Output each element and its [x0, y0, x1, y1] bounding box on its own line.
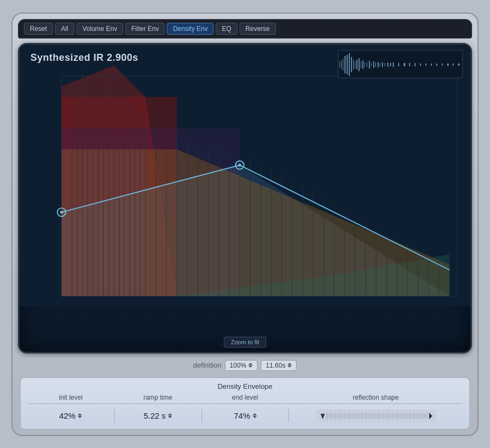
density-panel: Density Envelope init level ramp time en… [20, 377, 470, 430]
density-values-row: 42% 5.22 s 74% [27, 407, 463, 425]
ramp-time-stepper[interactable] [168, 413, 172, 418]
end-level-value: 74% [234, 411, 250, 420]
svg-rect-4 [344, 56, 345, 73]
percentage-stepper[interactable] [248, 363, 253, 368]
ramp-time-control[interactable]: 5.22 s [115, 409, 202, 422]
reset-button[interactable]: Reset [24, 23, 53, 35]
ramp-time-up-icon[interactable] [168, 413, 172, 415]
svg-rect-23 [385, 63, 385, 66]
eq-tab[interactable]: EQ [216, 23, 237, 35]
svg-rect-33 [431, 64, 432, 66]
svg-rect-7 [351, 57, 352, 72]
svg-rect-9 [355, 61, 355, 68]
init-level-up-icon[interactable] [78, 413, 82, 415]
plugin-container: Reset All Volume Env Filter Env Density … [11, 12, 479, 436]
svg-rect-20 [378, 62, 379, 67]
svg-rect-15 [367, 62, 367, 67]
end-level-header: end level [202, 394, 288, 401]
svg-rect-8 [353, 59, 354, 70]
svg-rect-12 [361, 61, 361, 68]
main-display: Synthesized IR 2.900s [18, 43, 472, 354]
svg-rect-21 [380, 63, 380, 66]
svg-rect-27 [398, 63, 399, 66]
reflection-shape-display [289, 409, 463, 422]
nav-bar: Reset All Volume Env Filter Env Density … [18, 19, 472, 39]
density-env-tab[interactable]: Density Env [167, 23, 213, 35]
definition-label: definition [193, 361, 222, 369]
init-level-control[interactable]: 42% [27, 409, 115, 422]
svg-rect-25 [390, 63, 391, 66]
time-value: 11.60s [266, 362, 285, 369]
svg-rect-6 [349, 53, 350, 76]
percentage-down-icon[interactable] [248, 365, 253, 368]
end-level-down-icon[interactable] [253, 416, 257, 418]
filter-env-tab[interactable]: Filter Env [125, 23, 165, 35]
svg-rect-24 [387, 62, 388, 67]
svg-rect-30 [414, 63, 416, 66]
init-level-stepper[interactable] [78, 413, 82, 418]
percentage-value: 100% [230, 362, 247, 369]
svg-rect-10 [356, 60, 357, 70]
percentage-control[interactable]: 100% [225, 360, 258, 371]
svg-point-93 [60, 210, 63, 213]
svg-rect-13 [362, 60, 363, 69]
init-level-header: init level [27, 394, 114, 401]
svg-rect-26 [393, 62, 394, 67]
percentage-up-icon[interactable] [248, 363, 253, 365]
svg-rect-29 [409, 63, 410, 66]
svg-rect-19 [375, 62, 376, 67]
svg-rect-22 [382, 62, 383, 67]
init-level-down-icon[interactable] [78, 416, 82, 418]
time-control[interactable]: 11.60s [261, 360, 297, 371]
svg-rect-32 [425, 64, 426, 66]
svg-rect-35 [442, 64, 443, 66]
ir-label: Synthesized IR 2.900s [30, 52, 139, 64]
ramp-time-value: 5.22 s [143, 411, 166, 420]
definition-bar: definition 100% 11.60s [18, 358, 472, 373]
init-level-value: 42% [59, 411, 76, 420]
svg-rect-17 [371, 63, 372, 66]
svg-rect-14 [365, 62, 365, 67]
time-stepper[interactable] [287, 363, 292, 368]
svg-rect-18 [373, 61, 374, 68]
svg-rect-34 [436, 64, 437, 66]
svg-point-95 [238, 163, 241, 167]
svg-rect-28 [404, 63, 405, 66]
end-level-control[interactable]: 74% [202, 409, 290, 422]
reflection-shape-header: reflection shape [288, 394, 463, 401]
end-level-stepper[interactable] [253, 413, 257, 418]
end-level-up-icon[interactable] [253, 413, 257, 415]
time-down-icon[interactable] [287, 365, 292, 368]
svg-rect-5 [347, 55, 348, 74]
svg-rect-38 [458, 64, 460, 66]
svg-rect-3 [343, 59, 343, 71]
density-panel-header: init level ramp time end level reflectio… [27, 394, 463, 404]
svg-rect-11 [359, 58, 360, 71]
waveform-thumbnail [338, 50, 463, 78]
ramp-time-down-icon[interactable] [168, 416, 172, 418]
svg-rect-31 [420, 64, 421, 66]
time-up-icon[interactable] [287, 363, 292, 365]
density-panel-title: Density Envelope [27, 382, 463, 390]
svg-rect-36 [447, 64, 449, 66]
reverse-button[interactable]: Reverse [240, 23, 276, 35]
svg-rect-16 [369, 61, 370, 68]
svg-rect-37 [453, 64, 454, 66]
svg-rect-2 [341, 60, 342, 69]
svg-rect-96 [316, 409, 436, 422]
reflection-shape-control[interactable] [289, 407, 463, 425]
volume-env-tab[interactable]: Volume Env [77, 23, 123, 35]
zoom-to-fit-button[interactable]: Zoom to fit [224, 337, 266, 348]
bottom-controls: Zoom to fit [224, 337, 266, 348]
ramp-time-header: ramp time [114, 394, 201, 401]
svg-rect-1 [340, 61, 340, 68]
all-button[interactable]: All [55, 23, 74, 35]
